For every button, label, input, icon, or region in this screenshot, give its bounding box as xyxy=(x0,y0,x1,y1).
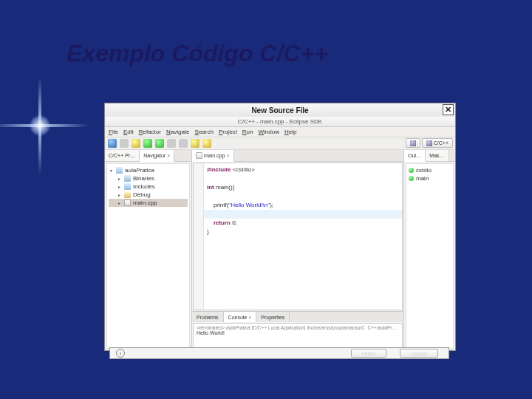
tab-label: Navigator xyxy=(143,153,166,158)
tab-label: main.cpp xyxy=(204,153,225,158)
menu-search[interactable]: Search xyxy=(195,129,214,135)
project-icon xyxy=(116,167,123,174)
tab-label: Properties xyxy=(261,315,284,320)
menu-refactor[interactable]: Refactor xyxy=(139,129,161,135)
work-area: C/C++ Pr… Navigator× ▾ aulaPratica ▸ Bin… xyxy=(105,150,455,350)
cpp-perspective-icon xyxy=(426,140,432,146)
debug-icon[interactable] xyxy=(155,139,164,148)
folder-icon xyxy=(124,183,131,190)
modal-titlebar: New Source File ✕ xyxy=(105,103,455,117)
folder-icon xyxy=(124,191,131,198)
tab-label: Console xyxy=(228,315,248,320)
expand-icon[interactable]: ▾ xyxy=(109,168,114,173)
info-icon: i xyxy=(116,349,125,358)
left-panel: C/C++ Pr… Navigator× ▾ aulaPratica ▸ Bin… xyxy=(105,150,192,350)
ide-window-title: C/C++ - main.cpp - Eclipse SDK xyxy=(105,117,455,127)
file-icon xyxy=(196,152,202,159)
tab-close-icon[interactable]: × xyxy=(167,153,170,158)
perspective-switcher: C/C++ xyxy=(406,138,453,148)
menu-window[interactable]: Window xyxy=(258,129,279,135)
expand-icon: ▸ xyxy=(117,200,122,205)
tree-debug[interactable]: ▸ Debug xyxy=(109,191,188,199)
tab-label: Out… xyxy=(408,153,421,158)
tab-label: Problems xyxy=(197,315,219,320)
editor-tab-main[interactable]: main.cpp × xyxy=(192,150,234,162)
tree-binaries[interactable]: ▸ Binaries xyxy=(109,174,188,183)
tree-label: Binaries xyxy=(133,175,154,182)
function-icon xyxy=(409,176,414,181)
tree-label: main.cpp xyxy=(133,200,157,206)
cancel-button[interactable]: Cancel xyxy=(400,349,438,358)
close-button[interactable]: ✕ xyxy=(443,104,454,115)
tab-problems[interactable]: Problems xyxy=(192,312,224,322)
lens-flare-decoration xyxy=(10,96,69,155)
menu-help[interactable]: Help xyxy=(284,129,296,135)
code-editor[interactable]: #include <cstdio> int main(){ printf("He… xyxy=(193,163,403,310)
center-panel: main.cpp × #include <cstdio> int main(){… xyxy=(192,150,403,350)
tab-make[interactable]: Mak… xyxy=(426,150,449,161)
menubar: File Edit Refactor Navigate Search Proje… xyxy=(105,127,455,137)
outline-label: main xyxy=(416,175,429,182)
tree-includes[interactable]: ▸ Includes xyxy=(109,183,188,191)
editor-gutter xyxy=(194,163,204,310)
console-header: <terminated> aulaPratica [C/C++ Local Ap… xyxy=(197,325,399,330)
perspective-label: C/C++ xyxy=(434,140,449,146)
perspective-cpp-button[interactable]: C/C++ xyxy=(422,138,453,148)
outline-item-cstdio[interactable]: cstdio xyxy=(409,166,451,174)
nav-back-icon[interactable] xyxy=(191,139,200,148)
nav-fwd-icon[interactable] xyxy=(202,139,211,148)
tab-close-icon[interactable]: × xyxy=(226,153,229,158)
tab-cpp-projects[interactable]: C/C++ Pr… xyxy=(105,150,140,161)
right-panel: Out… Mak… cstdio main xyxy=(403,150,455,350)
outline-view[interactable]: cstdio main xyxy=(406,163,454,349)
outline-item-main[interactable]: main xyxy=(409,174,451,183)
expand-icon[interactable]: ▸ xyxy=(117,184,122,189)
perspective-icon xyxy=(410,140,416,146)
file-icon xyxy=(124,200,131,206)
tab-label: C/C++ Pr… xyxy=(109,153,135,158)
console-view[interactable]: <terminated> aulaPratica [C/C++ Local Ap… xyxy=(193,323,403,349)
include-icon xyxy=(409,168,414,173)
modal-title-text: New Source File xyxy=(251,106,308,115)
toolbar: C/C++ xyxy=(105,137,455,150)
build-icon[interactable] xyxy=(132,139,140,148)
tab-close-icon[interactable]: × xyxy=(248,315,251,320)
right-tabs: Out… Mak… xyxy=(404,150,455,162)
bottom-tabs: Problems Console× Properties xyxy=(192,311,403,322)
tree-root[interactable]: ▾ aulaPratica xyxy=(109,166,188,174)
run-icon[interactable] xyxy=(143,139,152,148)
modal-window: New Source File ✕ C/C++ - main.cpp - Ecl… xyxy=(104,103,456,351)
folder-icon xyxy=(124,175,131,182)
code-content: #include <cstdio> int main(){ printf("He… xyxy=(207,166,389,236)
tree-label: Debug xyxy=(133,191,151,198)
menu-edit[interactable]: Edit xyxy=(123,129,134,135)
tab-console[interactable]: Console× xyxy=(224,312,257,322)
expand-icon[interactable]: ▸ xyxy=(117,192,122,197)
project-tree[interactable]: ▾ aulaPratica ▸ Binaries ▸ Includes xyxy=(106,163,190,349)
tab-label: Mak… xyxy=(429,153,444,158)
dialog-footer-partial: i Finish Cancel xyxy=(109,347,449,359)
tree-label: Includes xyxy=(133,183,155,190)
eclipse-ide-window: C/C++ - main.cpp - Eclipse SDK File Edit… xyxy=(105,117,455,350)
search-icon[interactable] xyxy=(167,139,176,148)
open-perspective-button[interactable] xyxy=(406,138,420,148)
slide-title: Exemplo Código C/C++ xyxy=(66,40,328,67)
menu-run[interactable]: Run xyxy=(242,129,253,135)
print-icon[interactable] xyxy=(179,139,188,148)
tab-navigator[interactable]: Navigator× xyxy=(140,150,174,162)
menu-project[interactable]: Project xyxy=(219,129,237,135)
editor-tabs: main.cpp × xyxy=(192,150,403,162)
tree-label: aulaPratica xyxy=(125,167,154,174)
lens-flare-center xyxy=(30,115,50,136)
menu-file[interactable]: File xyxy=(109,129,118,135)
tab-properties[interactable]: Properties xyxy=(256,312,290,322)
save-icon[interactable] xyxy=(120,139,129,148)
finish-button[interactable]: Finish xyxy=(351,349,387,358)
new-icon[interactable] xyxy=(108,139,117,148)
console-output: Hello World! xyxy=(197,330,399,335)
tree-main-cpp[interactable]: ▸ main.cpp xyxy=(109,199,188,207)
tab-outline[interactable]: Out… xyxy=(404,150,426,162)
outline-label: cstdio xyxy=(416,167,432,174)
expand-icon[interactable]: ▸ xyxy=(117,176,122,181)
menu-navigate[interactable]: Navigate xyxy=(166,129,190,135)
